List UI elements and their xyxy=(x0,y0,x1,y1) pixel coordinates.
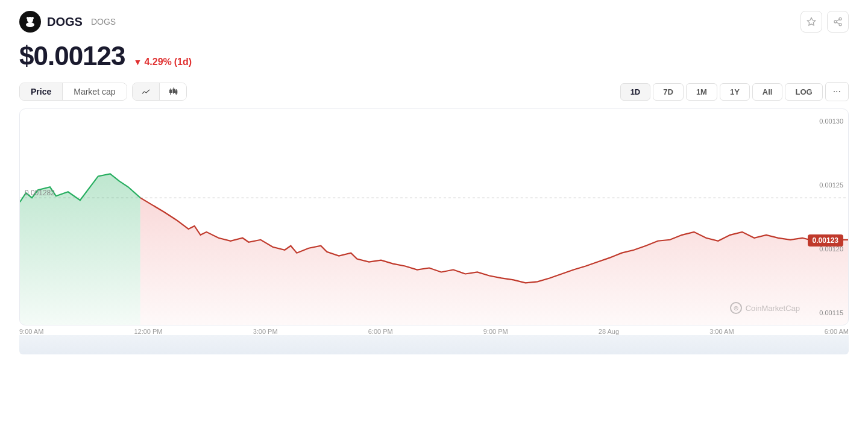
svg-point-1 xyxy=(27,17,29,19)
svg-marker-4 xyxy=(807,17,815,25)
x-label-0: 9:00 AM xyxy=(19,328,43,335)
price-value: $0.00123 xyxy=(19,41,125,71)
7d-button[interactable]: 7D xyxy=(653,83,684,101)
coin-ticker: DOGS xyxy=(91,17,116,27)
1d-button[interactable]: 1D xyxy=(620,83,651,101)
price-chart: 0.001282 0.00130 0.00125 0.00120 0.00115… xyxy=(19,108,849,325)
svg-text:0.001282: 0.001282 xyxy=(25,189,55,197)
1y-button[interactable]: 1Y xyxy=(720,83,750,101)
svg-point-7 xyxy=(839,24,841,26)
candlestick-chart-icon[interactable] xyxy=(160,83,186,100)
change-period: (1d) xyxy=(174,57,192,68)
svg-point-5 xyxy=(839,17,841,20)
right-controls: 1D 7D 1M 1Y All LOG ··· xyxy=(619,82,849,101)
watermark-text: CoinMarketCap xyxy=(746,304,800,313)
x-label-5: 28 Aug xyxy=(599,328,619,335)
change-arrow: ▼ xyxy=(134,57,142,67)
svg-point-3 xyxy=(26,22,34,27)
coin-name: DOGS xyxy=(47,15,83,29)
watermark: ◎ CoinMarketCap xyxy=(730,302,800,314)
chart-svg: 0.001282 xyxy=(20,109,848,325)
svg-rect-11 xyxy=(169,90,171,92)
all-button[interactable]: All xyxy=(752,83,783,101)
svg-line-9 xyxy=(837,19,840,21)
svg-rect-15 xyxy=(175,91,177,93)
x-label-6: 3:00 AM xyxy=(709,328,734,335)
coin-identity: DOGS DOGS xyxy=(19,11,116,33)
market-cap-tab[interactable]: Market cap xyxy=(63,83,126,100)
chart-type-tabs: Price Market cap xyxy=(19,83,127,101)
svg-line-8 xyxy=(837,22,840,24)
chart-style-icons xyxy=(132,83,187,101)
line-chart-icon[interactable] xyxy=(133,83,160,100)
cmc-logo-icon: ◎ xyxy=(730,302,742,314)
svg-point-2 xyxy=(31,17,34,19)
x-label-7: 6:00 AM xyxy=(825,328,849,335)
coin-logo xyxy=(19,11,41,33)
page-header: DOGS DOGS xyxy=(0,0,868,36)
more-button[interactable]: ··· xyxy=(825,82,849,101)
x-label-3: 6:00 PM xyxy=(368,328,393,335)
star-button[interactable] xyxy=(800,11,822,33)
share-button[interactable] xyxy=(827,11,849,33)
svg-rect-13 xyxy=(173,89,175,92)
svg-point-6 xyxy=(834,20,837,23)
left-controls: Price Market cap xyxy=(19,83,187,101)
controls-row: Price Market cap 1D 7D xyxy=(0,76,868,101)
x-label-4: 9:00 PM xyxy=(483,328,508,335)
volume-chart xyxy=(19,335,849,354)
price-section: $0.00123 ▼ 4.29% (1d) xyxy=(0,36,868,76)
price-change: ▼ 4.29% (1d) xyxy=(134,57,192,68)
current-price-badge: 0.00123 xyxy=(808,234,843,247)
x-label-2: 3:00 PM xyxy=(253,328,278,335)
price-tab[interactable]: Price xyxy=(20,83,63,100)
header-actions xyxy=(800,11,849,33)
x-axis-labels: 9:00 AM 12:00 PM 3:00 PM 6:00 PM 9:00 PM… xyxy=(0,325,868,335)
x-label-1: 12:00 PM xyxy=(134,328,162,335)
log-button[interactable]: LOG xyxy=(785,83,822,101)
change-pct: 4.29% xyxy=(144,57,171,68)
1m-button[interactable]: 1M xyxy=(686,83,717,101)
